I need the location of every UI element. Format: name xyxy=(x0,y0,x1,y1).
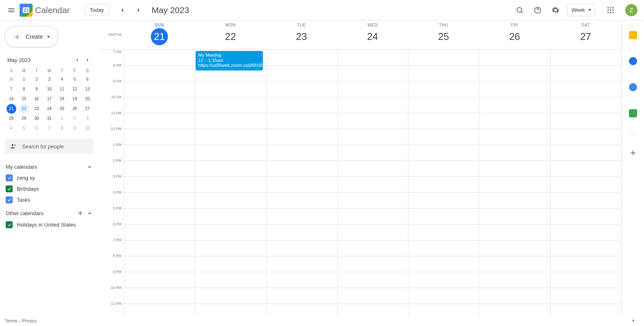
hour-cell[interactable] xyxy=(195,256,266,272)
hour-cell[interactable] xyxy=(551,288,621,304)
support-button[interactable] xyxy=(529,2,546,18)
hour-cell[interactable] xyxy=(195,177,266,193)
calendar-checkbox[interactable] xyxy=(6,174,13,181)
hour-cell[interactable] xyxy=(337,209,408,225)
day-column[interactable] xyxy=(550,50,621,315)
hour-cell[interactable] xyxy=(195,209,266,225)
hour-cell[interactable] xyxy=(479,256,550,272)
mini-day-cell[interactable]: 9 xyxy=(32,84,42,94)
hour-cell[interactable] xyxy=(479,177,550,193)
day-column[interactable] xyxy=(124,50,195,315)
week-day-header[interactable]: TUE23 xyxy=(266,20,337,49)
mini-day-cell[interactable]: 6 xyxy=(82,75,92,84)
hour-cell[interactable] xyxy=(408,161,479,177)
hour-cell[interactable] xyxy=(124,193,195,209)
hour-cell[interactable] xyxy=(337,129,408,145)
hour-cell[interactable] xyxy=(124,161,195,177)
hour-cell[interactable] xyxy=(195,82,266,97)
view-switcher[interactable]: Week xyxy=(567,4,596,16)
mini-day-cell[interactable]: 18 xyxy=(57,94,67,104)
mini-day-cell[interactable]: 30 xyxy=(32,114,42,123)
hour-cell[interactable] xyxy=(408,272,479,288)
hour-cell[interactable] xyxy=(124,66,195,82)
week-day-number[interactable]: 21 xyxy=(151,28,168,45)
hour-cell[interactable] xyxy=(408,240,479,256)
mini-day-cell[interactable]: 24 xyxy=(44,104,54,114)
hour-cell[interactable] xyxy=(479,145,550,161)
hour-cell[interactable] xyxy=(479,225,550,240)
day-column[interactable] xyxy=(408,50,479,315)
hour-cell[interactable] xyxy=(267,225,337,240)
next-period-button[interactable] xyxy=(130,2,147,18)
mini-day-cell[interactable]: 10 xyxy=(44,84,54,94)
hour-cell[interactable] xyxy=(337,272,408,288)
hour-cell[interactable] xyxy=(267,288,337,304)
hour-cell[interactable] xyxy=(124,82,195,97)
hour-cell[interactable] xyxy=(124,256,195,272)
hour-cell[interactable] xyxy=(337,240,408,256)
hour-cell[interactable] xyxy=(479,113,550,129)
today-button[interactable]: Today xyxy=(84,4,109,16)
mini-day-cell[interactable]: 4 xyxy=(7,123,16,133)
mini-day-cell[interactable]: 14 xyxy=(7,94,16,104)
calendar-item[interactable]: Tasks xyxy=(5,194,94,205)
hour-cell[interactable] xyxy=(408,145,479,161)
hour-cell[interactable] xyxy=(337,66,408,82)
mini-day-cell[interactable]: 28 xyxy=(7,114,16,123)
day-column[interactable]: My Meeting12 – 1:15amhttps://us05web.zoo… xyxy=(195,50,266,315)
day-column[interactable] xyxy=(479,50,550,315)
mini-day-cell[interactable]: 8 xyxy=(19,84,29,94)
google-apps-button[interactable] xyxy=(602,2,619,18)
mini-day-cell[interactable]: 17 xyxy=(44,94,54,104)
plus-icon[interactable] xyxy=(77,209,84,217)
hour-cell[interactable] xyxy=(551,113,621,129)
mini-next-month[interactable] xyxy=(82,55,93,65)
hour-cell[interactable] xyxy=(551,272,621,288)
week-day-number[interactable]: 25 xyxy=(435,28,452,45)
hour-cell[interactable] xyxy=(267,193,337,209)
hour-cell[interactable] xyxy=(124,288,195,304)
hour-cell[interactable] xyxy=(267,272,337,288)
hour-cell[interactable] xyxy=(267,256,337,272)
mini-day-cell[interactable]: 30 xyxy=(7,75,16,84)
hour-cell[interactable] xyxy=(195,161,266,177)
hour-cell[interactable] xyxy=(267,304,337,315)
calendar-checkbox[interactable] xyxy=(6,196,13,203)
rail-tasks-button[interactable] xyxy=(625,53,641,69)
hour-cell[interactable] xyxy=(551,66,621,82)
mini-day-cell[interactable]: 8 xyxy=(57,123,67,133)
hour-cell[interactable] xyxy=(337,145,408,161)
week-grid-scroll[interactable]: 7 AM8 AM9 AM10 AM11 AM12 PM1 PM2 PM3 PM4… xyxy=(101,50,621,315)
hour-cell[interactable] xyxy=(479,304,550,315)
mini-day-cell[interactable]: 20 xyxy=(82,94,92,104)
mini-day-cell[interactable]: 2 xyxy=(70,114,79,123)
hour-cell[interactable] xyxy=(337,50,408,66)
hour-cell[interactable] xyxy=(551,97,621,113)
side-panel-toggle[interactable] xyxy=(628,315,639,326)
account-avatar[interactable]: Z xyxy=(625,4,637,16)
calendar-item[interactable]: zeng sy xyxy=(5,172,94,183)
hour-cell[interactable] xyxy=(267,129,337,145)
mini-day-cell[interactable]: 23 xyxy=(32,104,42,114)
hour-cell[interactable] xyxy=(408,113,479,129)
hour-cell[interactable] xyxy=(479,97,550,113)
week-day-header[interactable]: MON22 xyxy=(195,20,266,49)
mini-day-cell[interactable]: 4 xyxy=(57,75,67,84)
mini-day-cell[interactable]: 13 xyxy=(82,84,92,94)
calendar-item[interactable]: Birthdays xyxy=(5,183,94,194)
mini-day-cell[interactable]: 31 xyxy=(44,114,54,123)
mini-day-cell[interactable]: 11 xyxy=(57,84,67,94)
calendar-checkbox[interactable] xyxy=(6,221,13,228)
mini-day-cell[interactable]: 25 xyxy=(57,104,67,114)
mini-day-cell[interactable]: 5 xyxy=(70,75,79,84)
main-menu-button[interactable] xyxy=(3,2,20,18)
mini-day-cell[interactable]: 12 xyxy=(70,84,79,94)
mini-day-cell[interactable]: 1 xyxy=(19,75,29,84)
hour-cell[interactable] xyxy=(124,225,195,240)
mini-day-cell[interactable]: 2 xyxy=(32,75,42,84)
hour-cell[interactable] xyxy=(267,209,337,225)
hour-cell[interactable] xyxy=(479,240,550,256)
hour-cell[interactable] xyxy=(551,256,621,272)
hour-cell[interactable] xyxy=(479,209,550,225)
rail-maps-button[interactable] xyxy=(625,105,641,121)
